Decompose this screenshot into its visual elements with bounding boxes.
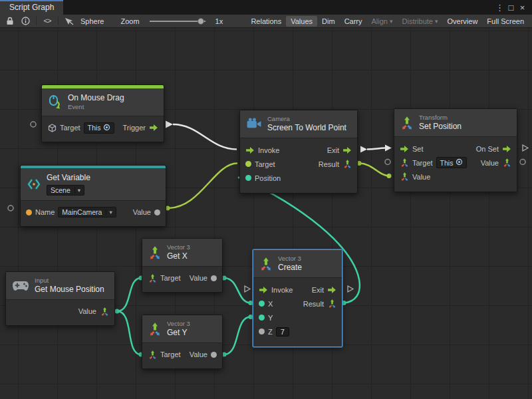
distribute-button[interactable]: Distribute ▾ — [398, 16, 443, 27]
wire-exit-to-set[interactable] — [367, 148, 385, 150]
chevron-down-icon: ▾ — [435, 18, 438, 25]
port-label: Value — [412, 173, 430, 181]
variable-icon — [27, 177, 41, 192]
port-label: Result — [319, 160, 339, 168]
wire-gety-to-create-y[interactable] — [224, 317, 251, 355]
name-port[interactable] — [26, 209, 32, 215]
mouse-drag-event-icon — [48, 95, 63, 110]
external-port-circle[interactable] — [8, 205, 13, 211]
value-port[interactable] — [211, 352, 217, 358]
port-label: Exit — [312, 286, 324, 294]
exit-port[interactable] — [327, 287, 336, 293]
node-get-mouse-position[interactable]: Input Get Mouse Position Value — [5, 271, 115, 326]
target-self-icon — [456, 158, 463, 167]
invoke-port[interactable] — [259, 287, 268, 293]
close-icon[interactable]: × — [517, 3, 528, 13]
node-get-variable[interactable]: Get Variable Scene ▾ Name MainCamera ▾ — [20, 165, 166, 227]
wire-mouse-to-getx[interactable] — [117, 278, 141, 311]
maximize-icon[interactable]: □ — [505, 3, 517, 13]
set-port[interactable] — [400, 146, 409, 152]
flow-arrow-marker — [360, 146, 367, 153]
align-label: Align — [372, 17, 388, 25]
value-out-port[interactable] — [502, 158, 511, 167]
node-vector3-create[interactable]: Vector 3 Create Invoke Exit X Result — [253, 249, 342, 347]
carry-button[interactable]: Carry — [340, 16, 367, 27]
node-title: Get Mouse Position — [35, 285, 104, 295]
port-label: Exit — [327, 146, 339, 154]
external-port-circle[interactable] — [31, 122, 36, 127]
zoom-slider-handle[interactable] — [198, 18, 204, 25]
target-port[interactable] — [47, 124, 57, 132]
node-title: On Mouse Drag — [68, 93, 124, 103]
graph-canvas[interactable]: On Mouse Drag Event Target This Trigger — [0, 28, 532, 399]
lock-icon[interactable] — [3, 15, 17, 27]
node-category: Vector 3 — [278, 255, 302, 263]
this-chip[interactable]: This — [436, 157, 467, 168]
fullscreen-button[interactable]: Full Screen — [482, 16, 529, 27]
code-view-icon[interactable]: <> — [41, 15, 54, 27]
port-label: Trigger — [123, 124, 146, 132]
external-flow-port[interactable] — [348, 286, 353, 292]
this-label: This — [440, 159, 454, 167]
z-port[interactable] — [259, 329, 265, 334]
info-icon[interactable] — [19, 15, 32, 27]
tab-script-graph[interactable]: Script Graph — [0, 0, 63, 15]
value-in-port[interactable] — [400, 172, 409, 181]
node-get-x[interactable]: Vector 3 Get X Target Value — [142, 238, 223, 293]
exit-port[interactable] — [342, 147, 352, 154]
node-set-position[interactable]: Transform Set Position Set On Set Target… — [394, 108, 517, 192]
x-port[interactable] — [259, 301, 265, 307]
node-title: Screen To World Point — [267, 123, 346, 133]
position-port[interactable] — [245, 175, 251, 181]
port-label: Value — [190, 274, 207, 282]
variable-scope-dropdown[interactable]: Scene ▾ — [47, 185, 84, 196]
result-port[interactable] — [342, 160, 352, 168]
on-set-port[interactable] — [502, 146, 511, 152]
target-port[interactable] — [148, 274, 157, 283]
flow-arrow-marker — [385, 145, 392, 152]
invoke-port[interactable] — [245, 147, 255, 154]
overview-button[interactable]: Overview — [443, 16, 483, 27]
target-port[interactable] — [400, 158, 409, 167]
value-port[interactable] — [100, 307, 109, 316]
graph-pointer-icon — [63, 15, 76, 27]
wire-mouse-to-gety[interactable] — [117, 311, 141, 354]
node-on-mouse-drag[interactable]: On Mouse Drag Event Target This Trigger — [41, 84, 164, 142]
camera-icon — [246, 118, 262, 130]
target-port[interactable] — [148, 350, 157, 359]
external-flow-port[interactable] — [245, 286, 250, 292]
wire-endpoint — [387, 174, 392, 178]
value-port[interactable] — [154, 209, 160, 215]
port-label: Target — [160, 350, 181, 358]
chevron-down-icon: ▾ — [390, 18, 393, 25]
window-buttons: ⋮ □ × — [494, 0, 532, 15]
target-port[interactable] — [245, 161, 251, 167]
node-get-y[interactable]: Vector 3 Get Y Target Value — [142, 315, 223, 369]
dim-button[interactable]: Dim — [317, 16, 340, 27]
value-port[interactable] — [211, 275, 217, 281]
external-flow-port[interactable] — [523, 145, 528, 151]
unity-visual-scripting-window: Script Graph ⋮ □ × <> Sphere Zoom 1x Rel… — [0, 0, 532, 28]
node-title: Create — [278, 263, 302, 273]
wire-variable-to-target[interactable] — [168, 164, 237, 209]
align-button[interactable]: Align ▾ — [367, 16, 398, 27]
trigger-port[interactable] — [149, 124, 158, 131]
relations-button[interactable]: Relations — [246, 16, 286, 27]
external-port-circle[interactable] — [520, 160, 525, 165]
y-port[interactable] — [259, 315, 265, 321]
toolbar-buttons: Relations Values Dim Carry Align ▾ Distr… — [246, 16, 529, 27]
port-label: Value — [133, 208, 151, 216]
result-port[interactable] — [327, 299, 336, 308]
values-button[interactable]: Values — [286, 16, 317, 27]
node-screen-to-world-point[interactable]: Camera Screen To World Point Invoke Exit… — [239, 110, 358, 194]
kebab-menu-icon[interactable]: ⋮ — [494, 3, 505, 13]
port-label: Value — [190, 350, 207, 358]
this-chip[interactable]: This — [84, 122, 115, 134]
graph-toolbar: <> Sphere Zoom 1x Relations Values Dim C… — [0, 15, 532, 28]
wire-trigger-to-invoke[interactable] — [173, 124, 237, 150]
z-value-field[interactable]: 7 — [276, 327, 289, 336]
zoom-slider[interactable] — [150, 21, 205, 22]
external-port-circle[interactable] — [385, 160, 390, 165]
variable-name-dropdown[interactable]: MainCamera ▾ — [58, 207, 116, 217]
wire-result-to-value[interactable] — [359, 164, 389, 176]
